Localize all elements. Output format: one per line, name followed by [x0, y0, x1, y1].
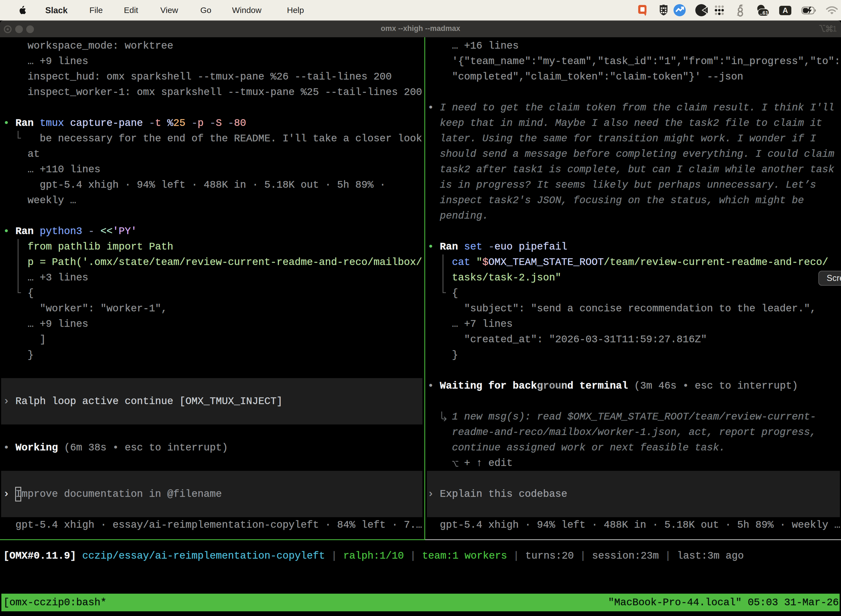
svg-text:1: 1: [832, 24, 837, 33]
svg-text:..61: ..61: [760, 10, 768, 16]
